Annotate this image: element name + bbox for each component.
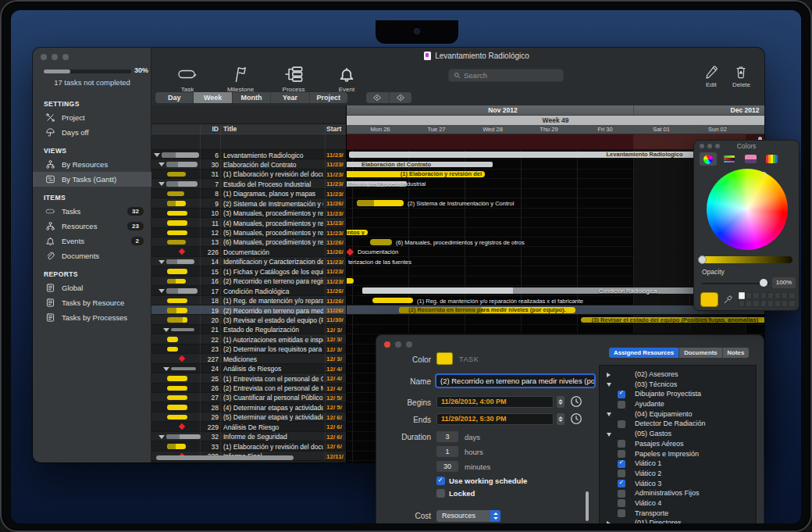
- timescale-tab-day[interactable]: Day: [155, 92, 194, 103]
- duration-hours-input[interactable]: 1: [436, 446, 458, 457]
- swatch-empty[interactable]: [746, 300, 752, 307]
- search-field[interactable]: [448, 69, 564, 82]
- column-header-title[interactable]: Title: [223, 125, 237, 133]
- disclosure-closed-icon[interactable]: [607, 521, 611, 523]
- task-row[interactable]: 22(1) Autorizaciones emitidas e inspecci…: [151, 334, 346, 344]
- timescale-tab-month[interactable]: Month: [233, 92, 271, 103]
- task-row[interactable]: 31(1) Elaboración y revisión del documen…: [151, 170, 346, 179]
- task-row[interactable]: 21Estado de Regularización12/ 3/: [151, 325, 346, 334]
- resource-row[interactable]: Administrativos Fijos: [600, 488, 756, 498]
- use-working-schedule-checkbox[interactable]: [436, 477, 445, 485]
- disclosure-triangle-icon[interactable]: [154, 153, 160, 157]
- search-input[interactable]: [464, 71, 550, 80]
- gantt-bar[interactable]: Elaboración del Contrato: [347, 162, 493, 168]
- resource-row[interactable]: Viático 4: [600, 498, 756, 509]
- tab-assigned-resources[interactable]: Assigned Resources: [609, 348, 679, 358]
- swatch-empty[interactable]: [782, 292, 788, 299]
- disclosure-triangle-icon[interactable]: [163, 328, 169, 332]
- gantt-bar[interactable]: [370, 239, 392, 245]
- resource-row[interactable]: (01) Directores: [600, 518, 756, 523]
- column-header-start[interactable]: Start: [326, 125, 341, 133]
- gantt-bar[interactable]: (5) Manuales, procedimientos y: [347, 230, 368, 236]
- disclosure-triangle-icon[interactable]: [163, 367, 169, 371]
- swatch-white[interactable]: [739, 292, 745, 299]
- zoom-window-button[interactable]: [62, 54, 69, 60]
- image-palettes-icon[interactable]: [742, 152, 759, 166]
- dialog-zoom-button[interactable]: [406, 341, 412, 348]
- sidebar-item-by-resources[interactable]: By Resources: [33, 157, 151, 172]
- task-row[interactable]: 25(1) Entrevista con el personal de Oper…: [151, 373, 346, 383]
- task-row[interactable]: 14Identificacion y Caracterizacion de la…: [151, 257, 346, 266]
- task-row[interactable]: 27(3) Cuantificar al personal Público y …: [151, 393, 346, 402]
- disclosure-triangle-icon[interactable]: [158, 435, 165, 439]
- swatch-empty[interactable]: [789, 300, 795, 307]
- ends-date-input[interactable]: 11/29/2012, 5:30 PM: [436, 413, 554, 425]
- resource-row[interactable]: Dibujante Proyectista: [600, 389, 756, 399]
- create-process-button[interactable]: Process: [276, 66, 312, 93]
- task-row[interactable]: 33(1) Elaboración y revisión del documen…: [151, 441, 346, 451]
- resource-row[interactable]: Viático 2: [600, 469, 756, 479]
- task-row[interactable]: 15(1) Fichas y Catálogos de los equipos …: [151, 266, 346, 276]
- color-sliders-icon[interactable]: [721, 152, 738, 166]
- locked-checkbox[interactable]: [436, 489, 445, 498]
- task-row[interactable]: 11(4) Manuales, procedimientos y registr…: [151, 218, 346, 227]
- scrollbar-thumb[interactable]: [156, 455, 294, 460]
- resource-checkbox[interactable]: [618, 490, 625, 498]
- resource-checkbox[interactable]: [618, 391, 625, 398]
- ends-stepper[interactable]: [557, 413, 564, 425]
- timescale-tab-project[interactable]: Project: [310, 92, 347, 103]
- task-row[interactable]: 26(2) Entrevista con el personal de Mant…: [151, 384, 346, 393]
- resource-checkbox[interactable]: [618, 401, 625, 409]
- outline-horizontal-scrollbar[interactable]: [151, 455, 347, 460]
- brightness-slider[interactable]: [702, 256, 792, 263]
- disclosure-triangle-icon[interactable]: [158, 182, 165, 186]
- task-row[interactable]: 17Condición Radiológica11/26/: [151, 286, 346, 295]
- gantt-bar[interactable]: (2) Recorrido en terreno para medir nive…: [399, 307, 575, 313]
- ends-clock-icon[interactable]: [570, 412, 582, 425]
- sidebar-item-by-tasks-gantt[interactable]: By Tasks (Gantt): [33, 172, 151, 187]
- resource-checkbox[interactable]: [618, 480, 625, 487]
- task-row[interactable]: 6Levantamiento Radiologico11/23/: [151, 150, 346, 159]
- resource-checkbox[interactable]: [618, 460, 625, 468]
- dialog-minimize-button[interactable]: [395, 341, 401, 348]
- task-row[interactable]: 10(3) Manuales, procedimientos y registr…: [151, 209, 346, 218]
- task-color-swatch[interactable]: [436, 352, 453, 365]
- column-header-id[interactable]: ID: [200, 125, 219, 133]
- timescale-tab-week[interactable]: Week: [194, 92, 232, 103]
- swatch-empty[interactable]: [767, 292, 774, 299]
- task-row[interactable]: 8(1) Diagramas, planos y mapas11/23/: [151, 189, 346, 198]
- opacity-slider-knob[interactable]: [760, 279, 767, 287]
- task-row[interactable]: 20(3) Revisar el estado del equipo (Posi…: [151, 315, 346, 324]
- task-row[interactable]: [151, 134, 346, 150]
- inspector-scrollbar[interactable]: [586, 491, 589, 521]
- disclosure-triangle-icon[interactable]: [158, 260, 165, 264]
- sidebar-item-resources[interactable]: Resources23: [33, 219, 151, 234]
- resource-row[interactable]: Papeles e Impresión: [600, 449, 756, 459]
- brightness-slider-knob[interactable]: [698, 255, 707, 264]
- resource-row[interactable]: Viático 1: [600, 459, 756, 469]
- swatch-empty[interactable]: [760, 300, 767, 307]
- disclosure-closed-icon[interactable]: [607, 373, 611, 377]
- dialog-close-button[interactable]: [384, 341, 390, 348]
- disclosure-triangle-icon[interactable]: [158, 289, 165, 293]
- resource-checkbox[interactable]: [618, 440, 625, 448]
- gantt-row[interactable]: (3) Revisar el estado del equipo (Posibl…: [347, 315, 764, 324]
- jump-previous-button[interactable]: [366, 92, 390, 103]
- tab-documents[interactable]: Documents: [679, 348, 722, 358]
- task-row[interactable]: 7Estudio del Proceso Industrial11/23/: [151, 179, 346, 188]
- resource-row[interactable]: Transporte: [600, 509, 756, 519]
- resource-checkbox[interactable]: [618, 499, 625, 507]
- jump-next-button[interactable]: [390, 92, 412, 103]
- resource-row[interactable]: Ayudante: [600, 399, 756, 409]
- task-row[interactable]: 23(2) Determinar los requisitos para la …: [151, 345, 346, 354]
- sidebar-item-documents[interactable]: Documents: [33, 248, 151, 263]
- resource-row[interactable]: Detector De Radiación: [600, 419, 756, 429]
- delete-button[interactable]: Delete: [732, 65, 750, 88]
- color-wheel[interactable]: [707, 169, 788, 250]
- duration-minutes-input[interactable]: 30: [436, 461, 458, 472]
- swatch-empty[interactable]: [782, 300, 788, 307]
- resource-row[interactable]: Viático 3: [600, 479, 756, 489]
- gantt-bar[interactable]: (3) Revisar el estado del equipo (Posibl…: [581, 317, 764, 323]
- resource-row[interactable]: (02) Asesores: [600, 370, 756, 380]
- sidebar-item-tasks-by-processes[interactable]: Tasks by Processes: [33, 310, 151, 325]
